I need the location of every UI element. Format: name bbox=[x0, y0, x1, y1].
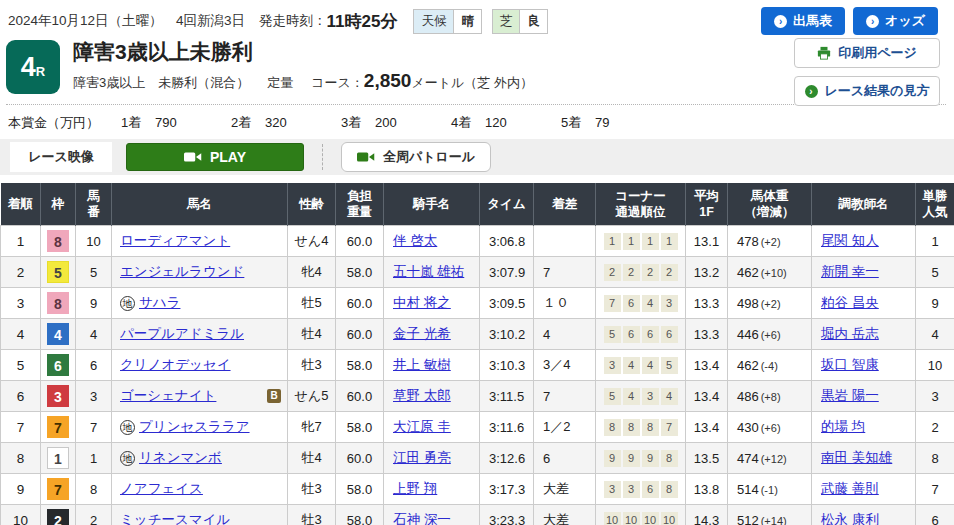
frame-number-badge: 2 bbox=[47, 509, 69, 525]
trainer-link[interactable]: 黒岩 陽一 bbox=[821, 388, 879, 403]
cell-avg-1f: 13.4 bbox=[686, 381, 728, 412]
body-weight-diff: (+10) bbox=[761, 267, 787, 279]
corner-position: 5 bbox=[604, 388, 621, 405]
jockey-link[interactable]: 江田 勇亮 bbox=[393, 450, 451, 465]
corner-position: 7 bbox=[661, 419, 678, 436]
horse-name-wrap: クリノオデッセイ bbox=[120, 356, 283, 374]
cell-horse-number: 8 bbox=[76, 474, 112, 505]
cell-carried-weight: 60.0 bbox=[336, 288, 384, 319]
cell-sex-age: せん5 bbox=[288, 381, 336, 412]
horse-name-link[interactable]: リネンマンボ bbox=[139, 449, 222, 467]
jockey-link[interactable]: 石神 深一 bbox=[393, 512, 451, 525]
trainer-link[interactable]: 粕谷 昌央 bbox=[821, 295, 879, 310]
cell-horse-number: 9 bbox=[76, 288, 112, 319]
trainer-link[interactable]: 坂口 智康 bbox=[821, 357, 879, 372]
turf-condition-value: 良 bbox=[519, 10, 547, 33]
jockey-link[interactable]: 上野 翔 bbox=[393, 481, 437, 496]
horse-name-link[interactable]: サハラ bbox=[139, 294, 180, 312]
cell-win-popularity: 4 bbox=[916, 319, 954, 350]
body-weight-diff: (+6) bbox=[761, 422, 781, 434]
entries-button[interactable]: › 出馬表 bbox=[761, 7, 845, 35]
trainer-link[interactable]: 新開 幸一 bbox=[821, 264, 879, 279]
local-horse-mark: 地 bbox=[120, 420, 135, 435]
odds-button[interactable]: › オッズ bbox=[853, 7, 938, 35]
cell-finish-position: 1 bbox=[1, 226, 41, 257]
result-guide-button[interactable]: › レース結果の見方 bbox=[794, 76, 940, 106]
corner-position: 10 bbox=[661, 512, 678, 525]
condition-badges: 天候 晴 芝 良 bbox=[413, 9, 548, 34]
prize-place-label: 1着 bbox=[121, 114, 155, 132]
corner-position: 4 bbox=[623, 357, 640, 374]
trainer-link[interactable]: 堀内 岳志 bbox=[821, 326, 879, 341]
horse-name-link[interactable]: ローディアマント bbox=[120, 232, 230, 250]
odds-button-label: オッズ bbox=[885, 12, 925, 30]
body-weight-diff: (-1) bbox=[761, 484, 778, 496]
cell-sex-age: 牡5 bbox=[288, 288, 336, 319]
jockey-link[interactable]: 大江原 圭 bbox=[393, 419, 451, 434]
horse-name-link[interactable]: ノアフェイス bbox=[120, 480, 203, 498]
frame-number-badge: 8 bbox=[47, 230, 69, 252]
horse-name-link[interactable]: プリンセスララア bbox=[139, 418, 250, 436]
jockey-link[interactable]: 草野 太郎 bbox=[393, 388, 451, 403]
cell-horse-number: 1 bbox=[76, 443, 112, 474]
weather-value: 晴 bbox=[453, 10, 481, 33]
frame-number-badge: 4 bbox=[47, 323, 69, 345]
trainer-link[interactable]: 松永 康利 bbox=[821, 512, 879, 525]
trainer-link[interactable]: 南田 美知雄 bbox=[821, 450, 892, 465]
cell-carried-weight: 60.0 bbox=[336, 226, 384, 257]
cell-horse-name: パープルアドミラル bbox=[112, 319, 288, 350]
patrol-video-button[interactable]: 全周パトロール bbox=[341, 142, 491, 172]
horse-name-link[interactable]: パープルアドミラル bbox=[120, 325, 244, 343]
corner-position: 6 bbox=[642, 481, 659, 498]
frame-number-badge: 7 bbox=[47, 416, 69, 438]
corner-position: 2 bbox=[661, 264, 678, 281]
jockey-link[interactable]: 中村 将之 bbox=[393, 295, 451, 310]
cell-carried-weight: 58.0 bbox=[336, 412, 384, 443]
print-page-button[interactable]: 印刷用ページ bbox=[794, 38, 940, 68]
trainer-link[interactable]: 尾関 知人 bbox=[821, 233, 879, 248]
cell-trainer: 粕谷 昌央 bbox=[812, 288, 916, 319]
jockey-link[interactable]: 金子 光希 bbox=[393, 326, 451, 341]
trainer-link[interactable]: 武藤 善則 bbox=[821, 481, 879, 496]
corner-position: 4 bbox=[661, 388, 678, 405]
table-row: 1810ローディアマントせん460.0伴 啓太3:06.8111113.1478… bbox=[1, 226, 954, 257]
jockey-link[interactable]: 井上 敏樹 bbox=[393, 357, 451, 372]
frame-number-badge: 7 bbox=[47, 478, 69, 500]
trainer-link[interactable]: 的場 均 bbox=[821, 419, 865, 434]
corner-position: 6 bbox=[623, 326, 640, 343]
horse-name-link[interactable]: エンジェルラウンド bbox=[120, 263, 244, 281]
jockey-link[interactable]: 五十嵐 雄祐 bbox=[393, 264, 464, 279]
play-button[interactable]: PLAY bbox=[126, 143, 304, 171]
table-header-row: 着順枠馬 番馬名性齢負担 重量騎手名タイム着差コーナー 通過順位平均 1F馬体重… bbox=[1, 184, 954, 226]
race-info: 障害3歳以上未勝利 障害3歳以上 未勝利（混合） 定量 コース： 2,850 メ… bbox=[73, 40, 533, 92]
corner-position: 8 bbox=[661, 450, 678, 467]
cell-avg-1f: 13.4 bbox=[686, 350, 728, 381]
cell-carried-weight: 60.0 bbox=[336, 443, 384, 474]
cell-horse-name: ローディアマント bbox=[112, 226, 288, 257]
corner-position: 2 bbox=[604, 264, 621, 281]
cell-time: 3:06.8 bbox=[480, 226, 534, 257]
cell-frame: 6 bbox=[41, 350, 76, 381]
prize-amount: 790 bbox=[155, 115, 217, 130]
corner-position: 1 bbox=[604, 233, 621, 250]
race-conditions: 障害3歳以上 未勝利（混合） bbox=[73, 74, 249, 92]
cell-body-weight: 498(+2) bbox=[728, 288, 812, 319]
frame-number-badge: 1 bbox=[47, 447, 69, 469]
cell-carried-weight: 60.0 bbox=[336, 381, 384, 412]
cell-jockey: 五十嵐 雄祐 bbox=[384, 257, 480, 288]
corner-position: 3 bbox=[604, 481, 621, 498]
body-weight-diff: (+14) bbox=[761, 515, 787, 525]
jockey-link[interactable]: 伴 啓太 bbox=[393, 233, 437, 248]
horse-name-link[interactable]: ゴーシェナイト bbox=[120, 387, 216, 405]
horse-name-link[interactable]: クリノオデッセイ bbox=[120, 356, 231, 374]
race-number: 4 bbox=[21, 54, 36, 81]
cell-trainer: 的場 均 bbox=[812, 412, 916, 443]
weather-badge: 天候 晴 bbox=[413, 9, 482, 34]
body-weight-diff: (+2) bbox=[761, 236, 781, 248]
cell-horse-number: 7 bbox=[76, 412, 112, 443]
cell-body-weight: 462(-4) bbox=[728, 350, 812, 381]
cell-finish-position: 8 bbox=[1, 443, 41, 474]
cell-frame: 5 bbox=[41, 257, 76, 288]
horse-name-link[interactable]: ミッチースマイル bbox=[120, 511, 230, 525]
cell-horse-number: 4 bbox=[76, 319, 112, 350]
